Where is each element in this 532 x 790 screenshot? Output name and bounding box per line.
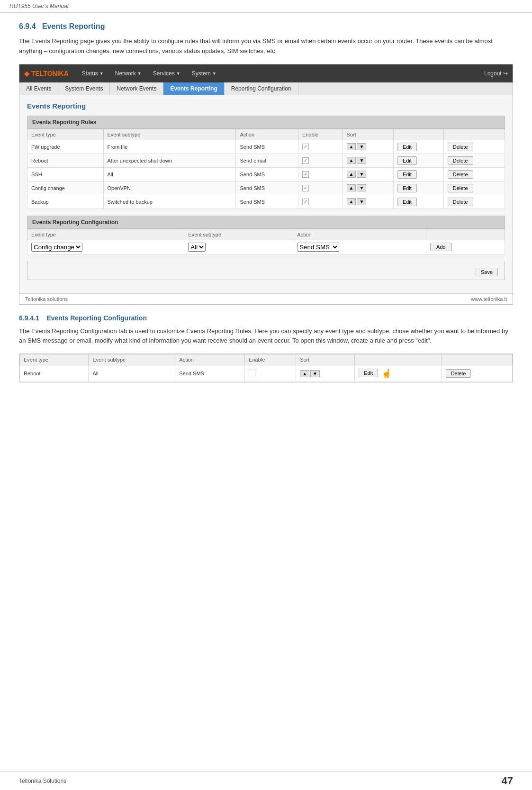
cell-edit: Edit ☝: [355, 365, 442, 382]
cell-enable: ✓: [298, 181, 343, 195]
cell-event-subtype: Switched to backup: [103, 195, 236, 209]
table-row: SSH All Send SMS ✓ ▲ ▼ Edit Delete: [27, 167, 505, 181]
config-event-subtype-cell: All: [184, 240, 293, 254]
cell-enable: [245, 365, 296, 382]
bottom-col-event-type: Event type: [20, 354, 89, 365]
save-row: Save: [27, 261, 505, 280]
enable-checkbox[interactable]: ✓: [302, 144, 309, 150]
nav-network-arrow: ▼: [137, 71, 142, 76]
edit-button[interactable]: Edit: [397, 184, 417, 192]
add-button[interactable]: Add: [430, 243, 452, 251]
event-type-select[interactable]: Config change FW upgrade Reboot SSH Back…: [31, 243, 82, 252]
delete-button[interactable]: Delete: [448, 156, 473, 165]
sort-down-button[interactable]: ▼: [357, 198, 366, 205]
edit-button[interactable]: Edit: [397, 170, 417, 179]
tab-system-events[interactable]: System Events: [58, 82, 110, 95]
enable-checkbox[interactable]: ✓: [302, 157, 309, 164]
save-button[interactable]: Save: [476, 268, 498, 276]
section-title: Events Reporting: [42, 22, 105, 30]
cell-edit: Edit: [393, 154, 443, 167]
bottom-table-wrap: Event type Event subtype Action Enable S…: [19, 354, 513, 382]
cell-edit: Edit: [393, 181, 443, 195]
sort-down-button[interactable]: ▼: [357, 157, 366, 164]
delete-button[interactable]: Delete: [448, 198, 473, 206]
cell-event-type: Reboot: [27, 154, 104, 167]
sort-up-button[interactable]: ▲: [347, 143, 356, 150]
col-action: Action: [236, 129, 298, 140]
action-select[interactable]: Send SMS Send email: [297, 243, 339, 252]
table-row: FW upgrade From file Send SMS ✓ ▲ ▼ Edit…: [27, 140, 505, 154]
sort-up-button[interactable]: ▲: [300, 370, 309, 377]
cell-event-subtype: All: [103, 167, 236, 181]
cell-enable: ✓: [298, 167, 343, 181]
cell-sort: ▲ ▼: [296, 365, 355, 382]
cell-sort: ▲ ▼: [343, 154, 393, 167]
bottom-col-action: Action: [175, 354, 245, 365]
cell-event-type: Reboot: [20, 365, 89, 382]
nav-item-status[interactable]: Status ▼: [76, 68, 109, 79]
delete-button[interactable]: Delete: [446, 369, 471, 378]
sort-down-button[interactable]: ▼: [310, 370, 320, 377]
cell-delete: Delete: [443, 154, 505, 167]
sort-down-button[interactable]: ▼: [357, 171, 366, 178]
sort-up-button[interactable]: ▲: [347, 157, 356, 164]
enable-checkbox[interactable]: ✓: [302, 199, 309, 205]
delete-button[interactable]: Delete: [448, 143, 473, 151]
cell-event-type: SSH: [27, 167, 104, 181]
bottom-table: Event type Event subtype Action Enable S…: [19, 354, 513, 382]
tab-reporting-configuration[interactable]: Reporting Configuration: [225, 82, 298, 95]
cell-event-subtype: OpenVPN: [103, 181, 236, 195]
tab-network-events[interactable]: Network Events: [110, 82, 163, 95]
subsection-heading: 6.9.4.1 Events Reporting Configuration: [19, 314, 513, 322]
config-section: Events Reporting Configuration Event typ…: [27, 216, 505, 280]
nav-status-arrow: ▼: [99, 71, 104, 76]
bottom-col-event-subtype: Event subtype: [89, 354, 175, 365]
edit-button[interactable]: Edit: [359, 369, 378, 377]
subsection-number: 6.9.4.1: [19, 314, 39, 322]
config-col-event-subtype: Event subtype: [184, 229, 293, 240]
nav-item-services[interactable]: Services ▼: [147, 68, 186, 79]
delete-button[interactable]: Delete: [448, 184, 473, 192]
enable-checkbox[interactable]: ✓: [302, 185, 309, 191]
cell-action: Send SMS: [236, 181, 298, 195]
sort-down-button[interactable]: ▼: [357, 143, 366, 150]
router-footer: Teltonika solutions www.teltonika.lt: [19, 293, 513, 304]
sort-arrows: ▲ ▼: [347, 171, 367, 178]
cell-delete: Delete: [442, 365, 512, 382]
sort-up-button[interactable]: ▲: [347, 171, 356, 178]
tab-bar: All Events System Events Network Events …: [19, 82, 513, 95]
sort-arrows: ▲ ▼: [300, 370, 320, 377]
cell-edit: Edit: [393, 140, 443, 154]
sort-arrows: ▲ ▼: [347, 143, 367, 150]
table-row: Reboot After unexpected shut down Send e…: [27, 154, 505, 167]
sort-up-button[interactable]: ▲: [347, 198, 356, 205]
inner-title: Events Reporting: [27, 102, 505, 110]
event-subtype-select[interactable]: All: [188, 243, 206, 252]
cell-action: Send SMS: [175, 365, 245, 382]
sort-arrows: ▲ ▼: [347, 184, 367, 191]
enable-checkbox[interactable]: ✓: [302, 171, 309, 178]
edit-button[interactable]: Edit: [397, 198, 417, 206]
enable-checkbox[interactable]: [249, 370, 255, 376]
tab-events-reporting[interactable]: Events Reporting: [163, 82, 224, 95]
edit-button[interactable]: Edit: [397, 143, 417, 151]
sort-up-button[interactable]: ▲: [347, 184, 356, 191]
delete-button[interactable]: Delete: [448, 170, 473, 179]
col-sort: Sort: [343, 129, 393, 140]
tab-all-events[interactable]: All Events: [19, 82, 58, 95]
sort-down-button[interactable]: ▼: [357, 184, 366, 191]
section-description: The Events Reporting page gives you the …: [19, 36, 513, 56]
table-row: Config change OpenVPN Send SMS ✓ ▲ ▼ Edi…: [27, 181, 505, 195]
col-event-subtype: Event subtype: [103, 129, 236, 140]
table-row: Backup Switched to backup Send SMS ✓ ▲ ▼…: [27, 195, 505, 209]
cell-delete: Delete: [443, 140, 505, 154]
logout-button[interactable]: Logout ↪: [484, 70, 508, 77]
router-navbar: ◆ TELTONIKA Status ▼ Network ▼ Services …: [19, 64, 513, 82]
edit-button[interactable]: Edit: [397, 156, 417, 165]
col-edit: [393, 129, 443, 140]
cell-event-subtype: All: [89, 365, 175, 382]
nav-item-system[interactable]: System ▼: [186, 68, 222, 79]
config-table-header: Events Reporting Configuration: [27, 216, 505, 229]
nav-item-network[interactable]: Network ▼: [109, 68, 147, 79]
rules-table: Event type Event subtype Action Enable S…: [27, 129, 505, 209]
